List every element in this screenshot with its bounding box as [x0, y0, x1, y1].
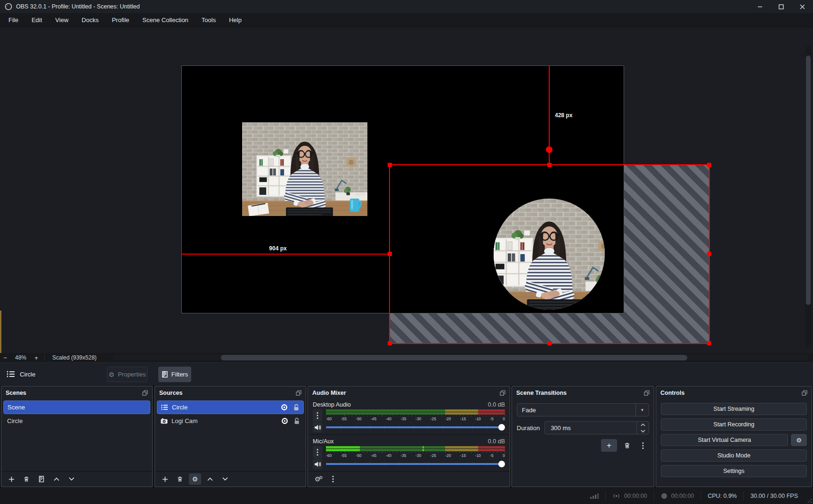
kbps-indicator-icon [584, 493, 605, 499]
popout-icon[interactable] [802, 390, 807, 396]
cpu-usage: CPU: 0.9% [701, 493, 743, 499]
measure-drag-dot [546, 146, 553, 153]
menu-edit[interactable]: Edit [25, 13, 49, 27]
scene-item-circle[interactable]: Circle [3, 414, 150, 428]
list-icon [7, 370, 15, 378]
studio-mode-button[interactable]: Studio Mode [661, 449, 807, 462]
lock-icon[interactable] [293, 404, 300, 411]
mute-speaker-icon[interactable] [313, 459, 322, 469]
volume-slider-handle[interactable] [498, 461, 505, 467]
logi-cam-source-preview[interactable] [242, 122, 367, 216]
duration-decrease-button[interactable] [637, 428, 649, 434]
popout-icon[interactable] [644, 390, 650, 396]
visibility-eye-icon[interactable] [281, 418, 289, 424]
start-recording-button[interactable]: Start Recording [661, 418, 807, 431]
properties-button[interactable]: ⚙ Properties [107, 367, 147, 382]
move-scene-down-button[interactable] [65, 473, 78, 485]
menu-docks[interactable]: Docks [75, 13, 105, 27]
horizontal-measure-label: 904 px [254, 245, 301, 252]
filters-button[interactable]: Filters [158, 367, 191, 382]
transition-menu-button[interactable] [637, 440, 649, 451]
preview-vertical-scrollbar[interactable] [805, 46, 811, 347]
add-transition-button[interactable]: + [601, 439, 617, 452]
broadcast-icon [612, 493, 620, 499]
start-virtual-camera-button[interactable]: Start Virtual Camera [661, 434, 788, 446]
popout-icon[interactable] [142, 390, 148, 396]
duration-increase-button[interactable] [637, 422, 649, 428]
menu-tools[interactable]: Tools [195, 13, 222, 27]
duration-label: Duration [517, 424, 540, 432]
menu-scene-collection[interactable]: Scene Collection [136, 13, 195, 27]
preview-area[interactable]: 428 px 904 px [0, 27, 813, 353]
menu-file[interactable]: File [2, 13, 25, 27]
remove-scene-button[interactable] [20, 473, 33, 485]
menu-view[interactable]: View [49, 13, 75, 27]
close-button[interactable] [792, 0, 813, 13]
transition-select[interactable]: Fade ▼ [517, 403, 649, 416]
divider [44, 354, 45, 361]
source-properties-button[interactable]: ⚙ [189, 473, 201, 485]
selection-handle-top-left[interactable] [388, 163, 392, 167]
move-scene-up-button[interactable] [50, 473, 63, 485]
move-source-down-button[interactable] [219, 473, 231, 485]
maximize-button[interactable] [771, 0, 792, 13]
start-streaming-button[interactable]: Start Streaming [661, 403, 807, 415]
visibility-eye-icon[interactable] [280, 404, 288, 410]
popout-icon[interactable] [296, 390, 301, 396]
fps-indicator: 30.00 / 30.00 FPS [744, 493, 805, 499]
resize-grip[interactable] [807, 498, 812, 503]
volume-meter: -60-55-50-45-40-35-30-25-20-15-10-50 [326, 409, 505, 422]
menu-profile[interactable]: Profile [105, 13, 136, 27]
source-item-logi-cam[interactable]: Logi Cam [157, 414, 304, 428]
settings-button[interactable]: Settings [661, 465, 807, 477]
volume-slider[interactable] [326, 424, 505, 431]
meter-scale: -60-55-50-45-40-35-30-25-20-15-10-50 [326, 416, 505, 422]
preview-vertical-scrollbar-thumb[interactable] [806, 56, 811, 305]
add-source-button[interactable] [159, 473, 171, 485]
remove-source-button[interactable] [174, 473, 186, 485]
mute-speaker-icon[interactable] [313, 422, 322, 432]
channel-volume-db: 0.0 dB [488, 401, 505, 408]
advanced-audio-gears-icon[interactable]: ⚙⚙ [312, 473, 324, 485]
channel-menu-button[interactable] [313, 446, 322, 458]
duration-value: 300 ms [545, 424, 636, 432]
selection-handle-bottom-right[interactable] [707, 341, 711, 345]
selection-handle-bottom-center[interactable] [547, 341, 552, 345]
record-icon [661, 493, 667, 499]
selection-handle-mid-right[interactable] [707, 252, 711, 256]
scene-item-scene[interactable]: Scene [3, 400, 150, 414]
zoom-in-button[interactable]: + [31, 354, 41, 361]
window-title: OBS 32.0.1 - Profile: Untitled - Scenes:… [16, 3, 140, 10]
selection-handle-bottom-left[interactable] [388, 341, 392, 345]
volume-meter: -60-55-50-45-40-35-30-25-20-15-10-50 [326, 446, 505, 458]
virtual-camera-settings-button[interactable]: ⚙ [791, 434, 807, 446]
lock-icon[interactable] [293, 417, 300, 424]
channel-menu-button[interactable] [313, 409, 322, 422]
mixer-channel-desktop-audio: Desktop Audio 0.0 dB -60-55-50-45-40-35-… [308, 399, 510, 432]
volume-slider[interactable] [326, 461, 505, 467]
filter-icon [162, 371, 168, 378]
source-item-circle[interactable]: Circle [157, 400, 304, 414]
preview-horizontal-scrollbar-thumb[interactable] [221, 355, 687, 360]
selection-handle-top-right[interactable] [707, 163, 711, 167]
minimize-button[interactable] [749, 0, 771, 13]
selection-bounding-box[interactable] [389, 164, 710, 344]
scene-filters-button[interactable] [35, 473, 48, 485]
list-icon [161, 404, 168, 410]
record-timer: 00:00:00 [654, 493, 701, 499]
context-source-name: Circle [20, 371, 35, 378]
volume-slider-handle[interactable] [498, 424, 505, 431]
sources-panel-title: Sources [159, 390, 182, 396]
move-source-up-button[interactable] [204, 473, 216, 485]
duration-spinbox[interactable]: 300 ms [545, 421, 649, 434]
popout-icon[interactable] [500, 390, 505, 396]
camera-icon [161, 418, 168, 424]
mixer-menu-button[interactable] [327, 473, 339, 485]
menu-help[interactable]: Help [222, 13, 248, 27]
preview-horizontal-scrollbar[interactable] [113, 355, 808, 360]
mixer-channel-mic-aux: Mic/Aux 0.0 dB -60-55-50-45-40-35-30-25-… [308, 436, 510, 469]
add-scene-button[interactable] [5, 473, 17, 485]
remove-transition-button[interactable] [621, 440, 633, 451]
zoom-out-button[interactable]: − [0, 354, 10, 361]
scale-mode-label[interactable]: Scaled (939x528) [48, 354, 101, 361]
